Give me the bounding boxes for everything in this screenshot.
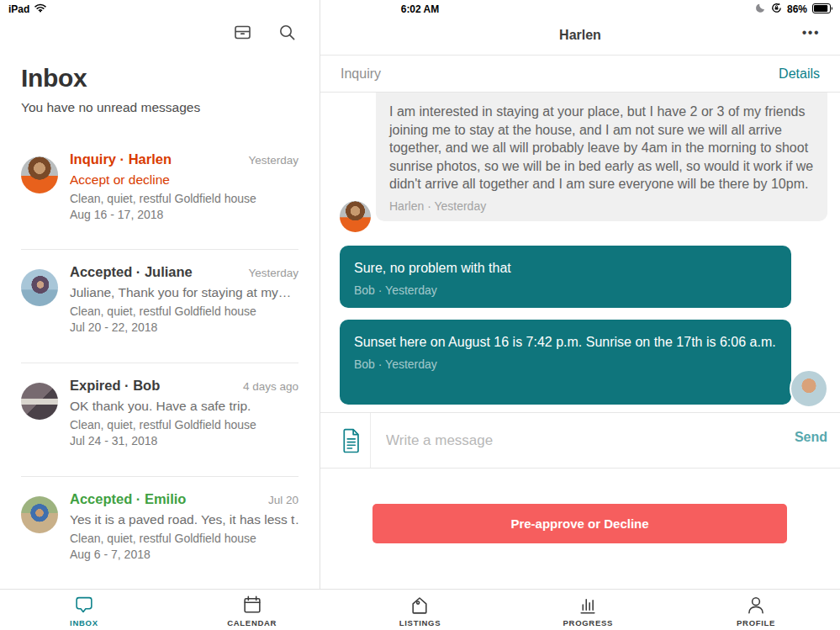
host-avatar bbox=[790, 369, 828, 408]
item-time: Yesterday bbox=[248, 267, 298, 279]
avatar bbox=[21, 383, 58, 420]
inbox-panel: Inbox You have no unread messages Inquir… bbox=[0, 0, 320, 589]
more-options-icon[interactable]: ••• bbox=[802, 25, 820, 40]
item-listing: Clean, quiet, restful Goldfield house bbox=[70, 418, 298, 431]
divider bbox=[370, 413, 371, 468]
divider bbox=[21, 249, 298, 250]
inbox-list-item-bob[interactable]: Expired · Bob 4 days ago OK thank you. H… bbox=[21, 378, 298, 447]
inquiry-label: Inquiry bbox=[341, 66, 381, 82]
clock: 6:02 AM bbox=[0, 3, 840, 15]
conversation-panel: Harlen ••• Inquiry Details I am interest… bbox=[320, 0, 840, 589]
bar-chart-icon bbox=[577, 595, 599, 616]
search-icon[interactable] bbox=[277, 23, 297, 42]
tab-label: PROGRESS bbox=[563, 618, 613, 627]
item-dates: Aug 6 - 7, 2018 bbox=[70, 548, 298, 561]
moon-icon bbox=[755, 3, 766, 16]
tab-progress[interactable]: PROGRESS bbox=[504, 590, 672, 630]
avatar bbox=[21, 269, 58, 306]
tab-calendar[interactable]: CALENDAR bbox=[168, 590, 336, 630]
item-preview: Juliane, Thank you for staying at my… bbox=[70, 285, 298, 300]
chat-bubble-icon bbox=[73, 595, 95, 616]
context-bar: Inquiry Details bbox=[320, 56, 840, 93]
battery-percent: 86% bbox=[787, 3, 807, 15]
inbox-list-item-harlen[interactable]: Inquiry · Harlen Yesterday Accept or dec… bbox=[21, 151, 298, 221]
host-message-bubble: Sure, no problem with that Bob · Yesterd… bbox=[340, 246, 791, 308]
unread-status: You have no unread messages bbox=[21, 100, 200, 115]
battery-icon bbox=[812, 3, 833, 16]
conversation-title: Harlen bbox=[320, 28, 840, 43]
message-composer: Send bbox=[320, 412, 840, 469]
item-dates: Aug 16 - 17, 2018 bbox=[70, 208, 298, 221]
house-icon bbox=[409, 595, 431, 616]
divider bbox=[21, 363, 298, 363]
message-thread: I am interested in staying at your place… bbox=[320, 93, 840, 412]
item-title: Accepted · Emilio bbox=[70, 491, 186, 507]
item-dates: Jul 24 - 31, 2018 bbox=[70, 434, 298, 447]
message-input[interactable] bbox=[386, 413, 739, 468]
guest-message-bubble: I am interested in staying at your place… bbox=[376, 93, 827, 221]
item-time: Jul 20 bbox=[268, 494, 298, 506]
inbox-list-item-juliane[interactable]: Accepted · Juliane Yesterday Juliane, Th… bbox=[21, 264, 298, 334]
archive-icon[interactable] bbox=[233, 23, 252, 42]
tab-label: CALENDAR bbox=[227, 618, 277, 627]
status-bar: iPad 6:02 AM bbox=[0, 0, 840, 19]
item-time: 4 days ago bbox=[243, 380, 298, 393]
send-button[interactable]: Send bbox=[795, 430, 827, 445]
app-screen: iPad 6:02 AM bbox=[0, 0, 840, 630]
tab-bar: INBOX CALENDAR LISTINGS bbox=[0, 589, 840, 630]
calendar-icon bbox=[241, 595, 263, 616]
item-title: Inquiry · Harlen bbox=[70, 151, 172, 167]
message-text: Sure, no problem with that bbox=[354, 259, 777, 278]
item-title: Accepted · Juliane bbox=[70, 264, 193, 280]
avatar bbox=[21, 496, 58, 533]
person-icon bbox=[745, 595, 767, 616]
tab-label: LISTINGS bbox=[399, 618, 441, 627]
rotation-lock-icon bbox=[771, 3, 782, 16]
item-listing: Clean, quiet, restful Goldfield house bbox=[70, 192, 298, 205]
item-listing: Clean, quiet, restful Goldfield house bbox=[70, 304, 298, 318]
avatar bbox=[21, 156, 58, 193]
details-link[interactable]: Details bbox=[779, 66, 820, 82]
host-message-bubble: Sunset here on August 16 is 7:42 p.m. Su… bbox=[340, 320, 791, 405]
tab-inbox[interactable]: INBOX bbox=[0, 590, 168, 630]
item-title: Expired · Bob bbox=[70, 378, 160, 394]
item-preview: Accept or decline bbox=[70, 172, 298, 188]
tab-listings[interactable]: LISTINGS bbox=[336, 590, 505, 630]
tab-label: PROFILE bbox=[737, 618, 775, 627]
status-right: 86% bbox=[755, 3, 833, 16]
message-text: Sunset here on August 16 is 7:42 p.m. Su… bbox=[354, 333, 777, 352]
saved-messages-icon[interactable] bbox=[339, 426, 364, 458]
item-dates: Jul 20 - 22, 2018 bbox=[70, 320, 298, 334]
message-text: I am interested in staying at your place… bbox=[389, 103, 814, 193]
item-time: Yesterday bbox=[248, 154, 298, 167]
message-meta: Bob · Yesterday bbox=[354, 357, 777, 371]
pre-approve-or-decline-button[interactable]: Pre-approve or Decline bbox=[372, 504, 787, 543]
tab-label: INBOX bbox=[70, 618, 98, 627]
guest-avatar bbox=[340, 201, 371, 232]
item-preview: Yes it is a paved road. Yes, it has less… bbox=[70, 512, 298, 527]
inbox-list-item-emilio[interactable]: Accepted · Emilio Jul 20 Yes it is a pav… bbox=[21, 491, 298, 561]
message-meta: Bob · Yesterday bbox=[354, 283, 777, 297]
tab-profile[interactable]: PROFILE bbox=[672, 590, 840, 630]
item-listing: Clean, quiet, restful Goldfield house bbox=[70, 532, 298, 545]
item-preview: OK thank you. Have a safe trip. bbox=[70, 399, 298, 414]
page-title: Inbox bbox=[21, 64, 87, 93]
divider bbox=[21, 476, 298, 477]
message-meta: Harlen · Yesterday bbox=[389, 199, 814, 213]
